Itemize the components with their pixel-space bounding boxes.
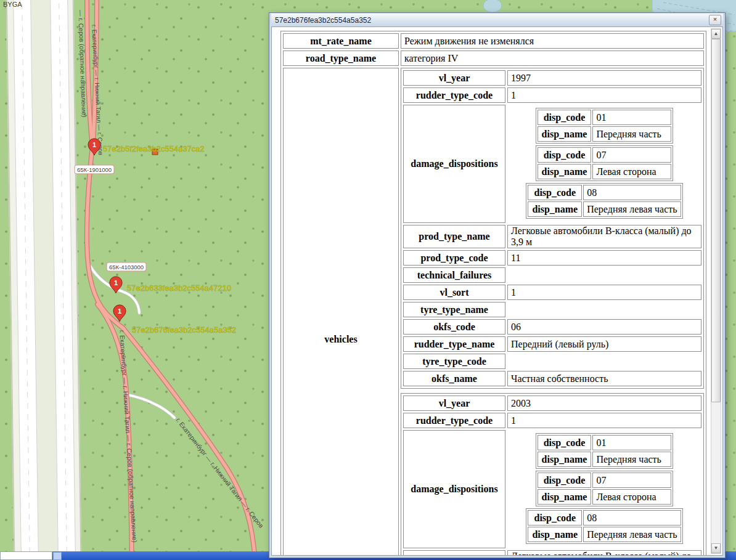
disp-code-label: disp_code <box>528 185 582 200</box>
object-label-b[interactable]: 57e2b633fea3b2c554a47210 <box>127 283 231 293</box>
taskbar-icon[interactable] <box>53 552 62 560</box>
disp-name-value: Передняя левая часть <box>583 201 681 217</box>
disp-code-value: 01 <box>592 110 671 125</box>
record-window: 57e2b676fea3b2c554a5a352 × mt_rate_name … <box>269 12 726 558</box>
disp-name-value: Передняя левая часть <box>583 527 681 542</box>
disp-code-value: 01 <box>592 435 671 450</box>
field-value: 11 <box>507 250 701 266</box>
disp-code-label: disp_code <box>538 110 592 125</box>
field-key: rudder_type_code <box>403 413 505 428</box>
map-watermark: BYGA <box>3 1 22 8</box>
object-label-c[interactable]: 57e2b676fea3b2c554a5a352 <box>132 325 236 335</box>
close-icon: × <box>713 15 717 23</box>
field-value: 1 <box>507 285 701 300</box>
field-value: Легковые автомобили В-класса (малый) до … <box>507 550 701 556</box>
vehicles-row: vehicles vl_year 1997 rudder_type_code 1 <box>283 68 704 556</box>
window-title: 57e2b676fea3b2c554a5a352 <box>275 16 709 25</box>
field-key: prod_type_name <box>403 225 505 248</box>
field-key: prod_type_name <box>403 550 505 556</box>
disp-name-label: disp_name <box>538 452 592 467</box>
field-key: vl_sort <box>403 285 505 300</box>
field-key: rudder_type_name <box>403 336 505 352</box>
field-value: 1997 <box>507 70 701 86</box>
disposition-table: disp_code 08 disp_name Передняя левая ча… <box>526 183 682 219</box>
field-value: Передний (левый руль) <box>507 336 701 352</box>
disp-code-value: 07 <box>592 147 671 163</box>
damage-key: damage_dispositions <box>403 105 505 223</box>
disp-name-value: Передняя часть <box>592 126 671 142</box>
vehicle-table: vl_year 1997 rudder_type_code 1 damage_d… <box>401 68 704 389</box>
disposition-table: disp_code 07 disp_name Левая сторона <box>536 471 674 506</box>
field-value: категория IV <box>401 51 704 66</box>
disp-code-label: disp_code <box>538 435 592 450</box>
field-value: Частная собственность <box>507 371 701 386</box>
vehicles-cell: vl_year 1997 rudder_type_code 1 damage_d… <box>401 68 704 556</box>
record-panel: mt_rate_name Режим движения не изменялся… <box>271 26 723 556</box>
damage-key: damage_dispositions <box>403 430 505 548</box>
field-key: rudder_type_code <box>403 87 505 103</box>
field-value: 06 <box>507 319 701 335</box>
damage-cell: disp_code 01 disp_name Передняя часть di… <box>507 105 701 223</box>
map-attribution-box <box>0 551 52 560</box>
road-ref-badge-south: 65К-4103000 <box>107 262 146 271</box>
object-label-a[interactable]: 57e2b5f2fea3b2c554a37ca2 <box>103 144 205 153</box>
disposition-table: disp_code 01 disp_name Передняя часть <box>536 433 674 469</box>
field-value: Легковые автомобили В-класса (малый) до … <box>507 225 701 248</box>
field-value: 2003 <box>507 396 701 411</box>
scroll-up-icon[interactable]: ▲ <box>711 29 721 39</box>
field-key: okfs_code <box>403 319 505 335</box>
disp-code-value: 08 <box>583 185 681 200</box>
field-key: road_type_name <box>283 51 399 66</box>
svg-text:65К-4103000: 65К-4103000 <box>109 264 144 270</box>
disp-name-value: Левая сторона <box>592 164 671 179</box>
disp-code-label: disp_code <box>538 147 592 163</box>
field-key: tyre_type_code <box>403 354 505 369</box>
disp-name-value: Передняя часть <box>592 452 671 467</box>
pin-count: 1 <box>114 279 118 286</box>
vehicle-table: vl_year 2003 rudder_type_code 1 damage_d… <box>401 393 704 556</box>
disp-name-value: Левая сторона <box>592 489 671 505</box>
record-table: mt_rate_name Режим движения не изменялся… <box>280 31 706 556</box>
pin-count: 1 <box>92 141 96 148</box>
scroll-down-icon[interactable]: ▼ <box>711 543 721 553</box>
disp-name-label: disp_name <box>528 201 582 217</box>
field-value: Режим движения не изменялся <box>401 33 704 49</box>
field-key: okfs_name <box>403 371 505 386</box>
damage-cell: disp_code 01 disp_name Передняя часть di… <box>507 430 701 548</box>
field-value <box>507 354 701 369</box>
road-ref-badge-north: 65К-1901000 <box>75 165 114 174</box>
field-key: tyre_type_name <box>403 302 505 317</box>
disposition-table: disp_code 01 disp_name Передняя часть <box>536 108 674 144</box>
record-row: road_type_name категория IV <box>283 51 704 66</box>
disp-name-label: disp_name <box>538 489 592 505</box>
disp-name-label: disp_name <box>538 164 592 179</box>
disp-code-label: disp_code <box>528 510 582 526</box>
close-button[interactable]: × <box>709 15 721 25</box>
field-key: prod_type_code <box>403 250 505 266</box>
field-key: mt_rate_name <box>283 33 399 49</box>
disp-code-value: 07 <box>592 473 671 488</box>
vertical-scrollbar[interactable]: ▲ ▼ <box>711 28 721 554</box>
scrollbar-track[interactable] <box>711 39 721 543</box>
disp-name-label: disp_name <box>528 527 582 542</box>
disp-code-label: disp_code <box>538 473 592 488</box>
field-key: technical_failures <box>403 267 505 283</box>
field-value <box>507 267 701 283</box>
field-key: vl_year <box>403 70 505 86</box>
vehicles-key: vehicles <box>283 68 399 556</box>
disp-code-value: 08 <box>583 510 681 526</box>
disposition-table: disp_code 07 disp_name Левая сторона <box>536 145 674 181</box>
disp-name-label: disp_name <box>538 126 592 142</box>
field-value: 1 <box>507 87 701 103</box>
svg-text:65К-1901000: 65К-1901000 <box>77 166 112 173</box>
pin-count: 1 <box>118 307 121 315</box>
window-titlebar[interactable]: 57e2b676fea3b2c554a5a352 × <box>271 14 723 26</box>
scrollbar-thumb[interactable] <box>711 39 721 402</box>
field-value: 1 <box>507 413 701 428</box>
field-key: vl_year <box>403 396 505 411</box>
disposition-table: disp_code 08 disp_name Передняя левая ча… <box>526 508 682 544</box>
motorway-corridor <box>6 0 82 560</box>
record-row: mt_rate_name Режим движения не изменялся <box>283 33 704 49</box>
field-value <box>507 302 701 317</box>
